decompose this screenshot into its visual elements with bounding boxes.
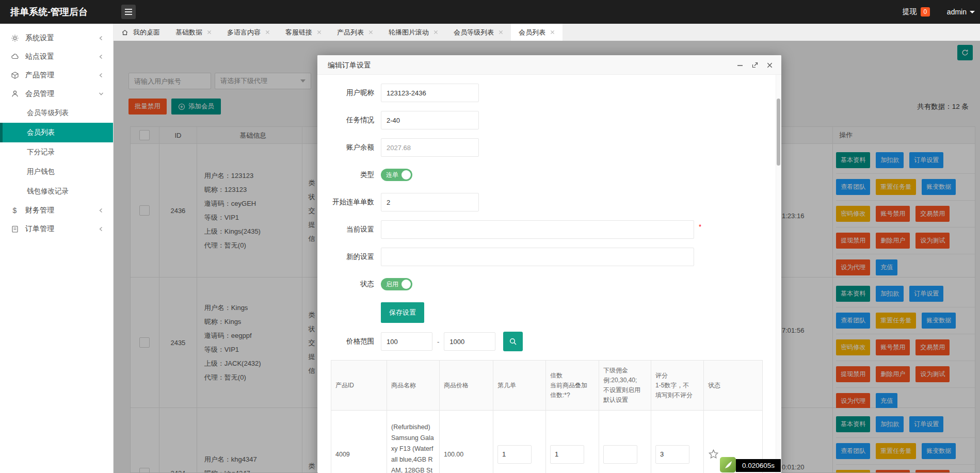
sidebar-item-label: 系统设置 <box>25 34 54 43</box>
commission-cell <box>599 411 651 473</box>
chevron-left-icon <box>99 226 104 232</box>
tab-label: 产品列表 <box>337 28 364 37</box>
minimize-icon[interactable] <box>736 61 744 69</box>
type-toggle[interactable]: 连单 <box>381 169 412 181</box>
col-product-id: 产品ID <box>331 361 387 411</box>
status-toggle[interactable]: 启用 <box>381 278 412 290</box>
sidebar-item-product-management[interactable]: 产品管理 <box>0 66 113 85</box>
field-label: 当前设置 <box>317 225 374 234</box>
toggle-knob <box>401 170 411 180</box>
user-menu[interactable]: admin <box>947 8 967 16</box>
product-id: 4009 <box>331 411 387 473</box>
chevron-left-icon <box>99 54 104 59</box>
app-title: 排单系统-管理后台 <box>10 0 88 24</box>
toggle-knob <box>401 280 411 289</box>
price-max-input[interactable] <box>444 332 495 351</box>
close-icon[interactable] <box>550 30 555 35</box>
chevron-left-icon <box>99 73 104 78</box>
col-order-no: 第几单 <box>493 361 546 411</box>
maximize-icon[interactable] <box>751 61 759 69</box>
tab-label: 会员列表 <box>519 28 545 37</box>
field-label: 类型 <box>317 170 374 180</box>
modal-scrollbar-thumb[interactable] <box>777 99 780 166</box>
sidebar-item-member-management[interactable]: 会员管理 <box>0 85 113 103</box>
sidebar-item-member-level-list[interactable]: 会员等级列表 <box>0 103 113 123</box>
field-label: 状态 <box>317 280 374 289</box>
withdraw-link[interactable]: 提现 <box>903 7 917 17</box>
toggle-label: 连单 <box>386 171 398 180</box>
tab-basic-data[interactable]: 基础数据 <box>168 24 219 41</box>
sidebar-item-wallet-log[interactable]: 钱包修改记录 <box>0 182 113 201</box>
product-name: (Refurbished) Samsung Galaxy F13 (Waterf… <box>387 411 440 473</box>
tab-product-list[interactable]: 产品列表 <box>329 24 381 41</box>
sidebar-item-label: 订单管理 <box>25 224 54 234</box>
close-icon[interactable] <box>368 30 373 35</box>
edit-order-settings-modal: 编辑订单设置 用户昵称 任务情况 账户余额 类型 连单 开始连单单数 <box>317 55 781 473</box>
field-label: 开始连单单数 <box>317 198 374 207</box>
sidebar-item-finance-management[interactable]: $ 财务管理 <box>0 201 113 220</box>
tab-desktop[interactable]: 我的桌面 <box>114 24 168 41</box>
tab-service-link[interactable]: 客服链接 <box>278 24 329 41</box>
tab-carousel[interactable]: 轮播图片滚动 <box>381 24 446 41</box>
save-settings-button[interactable]: 保存设置 <box>381 302 424 323</box>
price-dash: - <box>437 338 439 346</box>
sidebar-item-label: 站点设置 <box>25 52 54 61</box>
withdraw-count-badge[interactable]: 0 <box>921 7 930 17</box>
clipboard-icon <box>10 225 19 233</box>
tab-multilang[interactable]: 多语言内容 <box>219 24 278 41</box>
multiple-input[interactable] <box>550 445 584 464</box>
hamburger-button[interactable] <box>121 5 136 19</box>
debug-time-label: 0.020605s <box>736 459 781 472</box>
topbar: 排单系统-管理后台 提现 0 admin <box>0 0 980 24</box>
score-input[interactable] <box>655 445 689 464</box>
field-label: 用户昵称 <box>317 88 374 97</box>
modal-body: 用户昵称 任务情况 账户余额 类型 连单 开始连单单数 当前设置 * <box>317 75 781 473</box>
start-streak-count-input[interactable] <box>381 193 479 211</box>
sidebar-sub-label: 钱包修改记录 <box>27 187 69 196</box>
tab-member-level[interactable]: 会员等级列表 <box>446 24 511 41</box>
col-product-price: 商品价格 <box>440 361 493 411</box>
close-icon[interactable] <box>207 30 212 35</box>
sidebar-item-site-settings[interactable]: 站点设置 <box>0 47 113 66</box>
new-settings-input[interactable] <box>381 248 694 266</box>
tab-label: 轮播图片滚动 <box>389 28 429 37</box>
chevron-down-icon <box>99 91 104 96</box>
modal-header[interactable]: 编辑订单设置 <box>317 55 781 75</box>
close-icon[interactable] <box>265 30 270 35</box>
col-status: 状态 <box>704 361 763 411</box>
balance-input[interactable] <box>381 138 479 157</box>
sidebar-item-label: 产品管理 <box>25 71 54 80</box>
close-icon[interactable] <box>433 30 438 35</box>
col-multiple: 倍数当前商品叠加倍数:*? <box>546 361 599 411</box>
user-icon <box>10 90 19 98</box>
order-no-input[interactable] <box>497 445 532 464</box>
chevron-left-icon <box>99 36 104 41</box>
trace-icon[interactable] <box>720 457 736 472</box>
sidebar-item-order-management[interactable]: 订单管理 <box>0 220 113 238</box>
tab-label: 我的桌面 <box>133 28 160 37</box>
col-score: 评分1-5数字，不填写则不评分 <box>651 361 704 411</box>
sidebar-item-system-settings[interactable]: 系统设置 <box>0 29 113 47</box>
sidebar-item-user-wallet[interactable]: 用户钱包 <box>0 162 113 182</box>
close-icon[interactable] <box>766 62 773 69</box>
nickname-input[interactable] <box>381 84 479 102</box>
tab-member-list[interactable]: 会员列表 <box>511 24 563 41</box>
multiple-cell <box>546 411 599 473</box>
modal-scrollbar-track[interactable] <box>776 75 781 473</box>
close-icon[interactable] <box>317 30 322 35</box>
sidebar-sub-label: 会员等级列表 <box>27 108 69 118</box>
current-settings-input[interactable] <box>381 220 694 239</box>
sidebar-item-member-list[interactable]: 会员列表 <box>0 123 113 142</box>
field-label: 任务情况 <box>317 116 374 125</box>
price-search-button[interactable] <box>503 332 523 351</box>
price-min-input[interactable] <box>381 332 432 351</box>
field-label: 价格范围 <box>317 337 374 346</box>
sidebar-item-label: 会员管理 <box>25 89 54 99</box>
close-icon[interactable] <box>499 30 503 35</box>
tab-label: 多语言内容 <box>227 28 261 37</box>
task-status-input[interactable] <box>381 111 479 129</box>
commission-input[interactable] <box>603 445 637 464</box>
col-product-name: 商品名称 <box>387 361 440 411</box>
required-asterisk: * <box>699 223 701 231</box>
sidebar-item-downscore-records[interactable]: 下分记录 <box>0 142 113 162</box>
